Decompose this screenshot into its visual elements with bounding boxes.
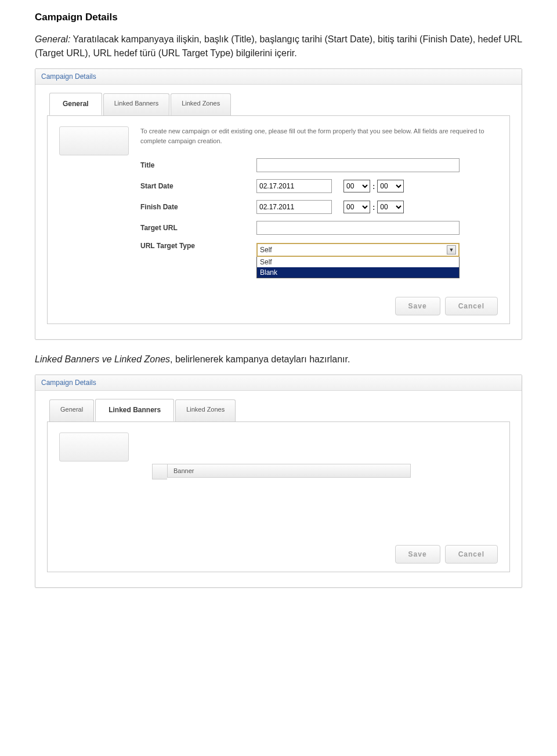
start-hour-select[interactable]: 00 <box>343 180 370 192</box>
finish-minute-select[interactable]: 00 <box>377 201 404 213</box>
tab-content-linked-banners: Banner Save Cancel <box>47 421 510 572</box>
table-header-lead <box>152 464 167 479</box>
tab-linked-zones[interactable]: Linked Zones <box>175 399 236 422</box>
doc-paragraph-general: General: Yaratılacak kampanyaya ilişkin,… <box>35 32 522 60</box>
panel-campaign-details-general: Campaign Details General Linked Banners … <box>35 68 522 340</box>
tab-general[interactable]: General <box>49 93 102 115</box>
table-header-banner[interactable]: Banner <box>167 464 411 478</box>
tab-general[interactable]: General <box>49 399 94 422</box>
dropdown-selected[interactable]: Self ▼ <box>256 243 460 257</box>
dropdown-option-self[interactable]: Self <box>257 257 459 267</box>
save-button[interactable]: Save <box>395 297 440 315</box>
start-minute-select[interactable]: 00 <box>377 180 404 192</box>
url-target-type-dropdown[interactable]: Self ▼ Self Blank <box>256 243 460 278</box>
thumbnail-placeholder <box>59 126 129 155</box>
start-date-input[interactable] <box>256 179 332 193</box>
button-row: Save Cancel <box>395 545 498 564</box>
cancel-button[interactable]: Cancel <box>445 297 498 315</box>
chevron-down-icon: ▼ <box>447 245 456 255</box>
banner-table: Banner <box>152 464 498 479</box>
general-desc: Yaratılacak kampanyaya ilişkin, başlık (… <box>35 34 522 58</box>
title-input[interactable] <box>256 158 460 172</box>
tab-content-general: To create new campaign or edit existing … <box>47 115 510 324</box>
save-button[interactable]: Save <box>395 545 440 564</box>
doc-heading: Campaign Details <box>35 12 522 23</box>
tabs: General Linked Banners Linked Zones <box>49 399 510 421</box>
label-url-target-type: URL Target Type <box>140 242 256 250</box>
panel-title: Campaign Details <box>35 375 522 391</box>
panel-campaign-details-linked-banners: Campaign Details General Linked Banners … <box>35 375 522 588</box>
finish-date-input[interactable] <box>256 200 332 214</box>
form-intro-text: To create new campaign or edit existing … <box>140 126 498 146</box>
thumbnail-placeholder <box>59 432 129 461</box>
label-target-url: Target URL <box>140 224 256 232</box>
label-finish-date: Finish Date <box>140 203 256 211</box>
linked-rest: , belirlenerek kampanya detayları hazırl… <box>170 354 350 364</box>
time-colon: : <box>372 203 375 212</box>
label-start-date: Start Date <box>140 182 256 190</box>
general-label: General: <box>35 34 70 44</box>
tabs: General Linked Banners Linked Zones <box>49 93 510 115</box>
panel-title: Campaign Details <box>35 69 522 85</box>
panel-body: General Linked Banners Linked Zones Bann… <box>35 391 522 587</box>
label-title: Title <box>140 161 256 169</box>
tab-linked-banners[interactable]: Linked Banners <box>103 93 169 116</box>
tab-linked-zones[interactable]: Linked Zones <box>171 93 231 116</box>
target-url-input[interactable] <box>256 221 460 235</box>
cancel-button[interactable]: Cancel <box>445 545 498 564</box>
panel-body: General Linked Banners Linked Zones To c… <box>35 85 522 339</box>
dropdown-option-blank[interactable]: Blank <box>257 267 459 278</box>
doc-paragraph-linked: Linked Banners ve Linked Zones, belirlen… <box>35 352 522 366</box>
dropdown-list: Self Blank <box>256 257 460 278</box>
finish-hour-select[interactable]: 00 <box>343 201 370 213</box>
dropdown-selected-text: Self <box>260 246 272 254</box>
linked-label: Linked Banners ve Linked Zones <box>35 354 170 364</box>
button-row: Save Cancel <box>395 297 498 315</box>
time-colon: : <box>372 182 375 191</box>
tab-linked-banners[interactable]: Linked Banners <box>95 399 174 421</box>
